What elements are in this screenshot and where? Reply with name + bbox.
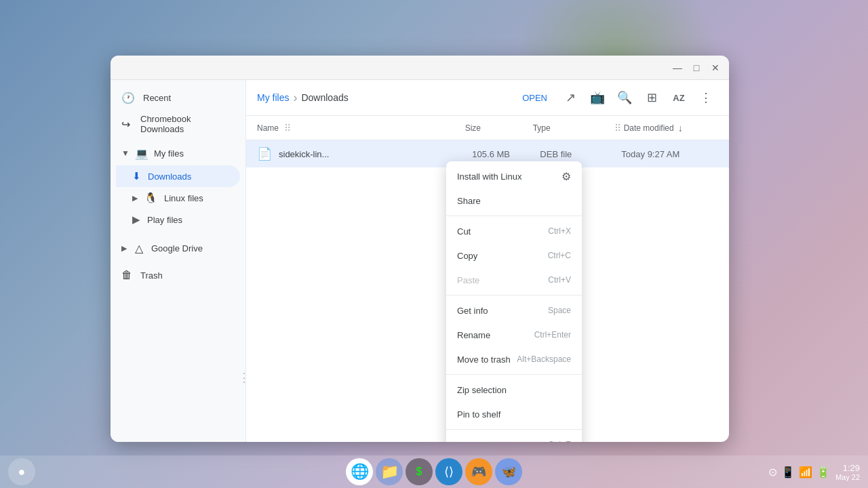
ctx-get-info-label: Get info [457,306,548,316]
ctx-get-info-shortcut: Space [548,306,571,315]
ctx-paste-label: Paste [457,275,548,285]
recent-icon: 🕐 [121,92,135,104]
ctx-new-folder-shortcut: Ctrl+E [548,440,571,442]
ctx-paste: Paste Ctrl+V [446,268,582,292]
ctx-copy[interactable]: Copy Ctrl+C [446,243,582,268]
sidebar: 🕐 Recent ↪ Chromebook Downloads ▼ 💻 My f… [111,80,246,442]
ctx-rename[interactable]: Rename Ctrl+Enter [446,323,582,347]
toolbar: My files › Downloads OPEN ↗ 📺 🔍 [246,80,729,116]
file-date: Today 9:27 AM [621,149,718,159]
file-size: 105.6 MB [472,149,540,159]
sidebar-item-chromebook-downloads[interactable]: ↪ Chromebook Downloads [111,110,240,138]
ctx-cut-label: Cut [457,226,548,237]
grid-view-button[interactable]: ⊞ [639,85,664,110]
maximize-button[interactable]: □ [688,60,705,76]
resize-handle[interactable]: ⋮ [238,367,246,388]
taskbar-left: ● [8,458,35,485]
taskbar-vscode-icon[interactable]: ⟨⟩ [435,458,462,485]
ctx-cut[interactable]: Cut Ctrl+X [446,219,582,243]
ctx-move-to-trash[interactable]: Move to trash Alt+Backspace [446,347,582,371]
chevron-right-icon-drive: ▶ [121,244,127,253]
sidebar-item-my-files[interactable]: ▼ 💻 My files [111,141,245,165]
ctx-get-info[interactable]: Get info Space [446,298,582,323]
taskbar-app6-icon[interactable]: 🦋 [495,458,522,485]
sidebar-item-google-drive[interactable]: ▶ △ Google Drive [111,236,240,260]
window-body: 🕐 Recent ↪ Chromebook Downloads ▼ 💻 My f… [111,80,729,442]
col-header-name: Name ⠿ [257,123,465,134]
taskbar-date-display: May 22 [835,473,860,481]
context-menu: Install with Linux ⚙ Share Cut Ctrl+X Co… [446,161,582,442]
taskbar-terminal-icon[interactable]: $ [406,458,433,485]
taskbar-datetime[interactable]: 1:29 May 22 [835,463,860,481]
name-col-drag-icon[interactable]: ⠿ [284,123,291,134]
type-header-label: Type [533,123,551,133]
breadcrumb: My files › Downloads [257,91,509,105]
chromebook-icon: ↪ [121,118,132,131]
sidebar-item-downloads[interactable]: ⬇ Downloads [116,165,240,187]
status-icons: ⊙ 📱 📶 🔋 [768,466,830,479]
vscode-icon: ⟨⟩ [444,464,454,479]
search-button[interactable]: 🔍 [612,85,637,110]
more-icon: ⋮ [700,90,712,105]
size-header-label: Size [465,123,481,133]
sort-az-icon: AZ [673,93,684,103]
screen-capture-icon: ⊙ [768,466,777,479]
sort-button[interactable]: AZ [667,85,691,110]
phone-icon: 📱 [781,466,795,479]
launcher-icon[interactable]: ● [8,458,35,485]
sidebar-label-trash: Trash [140,270,229,281]
more-options-button[interactable]: ⋮ [694,85,718,110]
my-files-icon: 💻 [135,147,149,160]
ctx-separator-4 [446,429,582,430]
ctx-separator-2 [446,295,582,296]
share-icon: ↗ [566,90,576,105]
launcher-dot-icon: ● [18,465,26,479]
ctx-copy-shortcut: Ctrl+C [548,251,571,260]
sidebar-item-play-files[interactable]: ▶ Play files [116,209,240,230]
close-button[interactable]: ✕ [707,60,724,76]
sidebar-label-linux-files: Linux files [164,193,203,203]
trash-icon: 🗑 [121,269,132,281]
name-header-label: Name [257,123,279,133]
ctx-install-linux-icon: ⚙ [561,170,571,183]
open-button[interactable]: OPEN [514,89,555,107]
sidebar-item-linux-files[interactable]: ▶ 🐧 Linux files [116,187,240,209]
ctx-rename-shortcut: Ctrl+Enter [534,330,571,340]
ctx-share-label: Share [457,196,571,206]
file-manager-window: — □ ✕ 🕐 Recent ↪ Chromebook Downloads ▼ … [111,56,729,442]
taskbar-files-icon[interactable]: 📁 [376,458,403,485]
sidebar-item-recent[interactable]: 🕐 Recent [111,85,240,110]
ctx-zip-selection[interactable]: Zip selection [446,378,582,402]
col-header-type: Type [533,123,614,133]
main-content: My files › Downloads OPEN ↗ 📺 🔍 [246,80,729,442]
sidebar-item-trash[interactable]: 🗑 Trash [111,263,240,287]
ctx-share[interactable]: Share [446,188,582,213]
minimize-button[interactable]: — [669,60,686,76]
ctx-install-linux[interactable]: Install with Linux ⚙ [446,164,582,188]
column-headers: Name ⠿ Size Type ⠿ Date modified ↓ [246,116,729,140]
sort-desc-icon: ↓ [678,123,683,134]
ctx-new-folder-label: New folder [457,440,548,443]
app6-icon: 🦋 [501,464,516,479]
sidebar-label-chromebook: Chromebook Downloads [140,114,229,134]
files-icon: 📁 [380,463,399,481]
chrome-icon: 🌐 [351,463,369,481]
taskbar: ● 🌐 📁 $ ⟨⟩ 🎮 🦋 ⊙ 📱 📶 🔋 1:29 M [0,455,868,488]
share-button[interactable]: ↗ [558,85,583,110]
breadcrumb-separator: › [293,91,297,105]
taskbar-chrome-icon[interactable]: 🌐 [346,458,373,485]
my-files-section: ▼ 💻 My files ⬇ Downloads ▶ 🐧 Linux files [111,141,245,230]
taskbar-app5-icon[interactable]: 🎮 [465,458,492,485]
downloads-icon: ⬇ [132,170,141,182]
drive-icon: △ [135,242,143,255]
ctx-pin-label: Pin to shelf [457,409,571,420]
file-name: sidekick-lin... [279,149,472,159]
ctx-new-folder[interactable]: New folder Ctrl+E [446,432,582,442]
cast-button[interactable]: 📺 [585,85,610,110]
breadcrumb-root[interactable]: My files [257,92,289,103]
ctx-pin-to-shelf[interactable]: Pin to shelf [446,402,582,426]
col-date-drag-icon[interactable]: ⠿ [614,123,621,134]
col-header-date: ⠿ Date modified ↓ [614,123,718,134]
chevron-right-icon: ▶ [132,194,138,203]
ctx-separator-3 [446,374,582,375]
